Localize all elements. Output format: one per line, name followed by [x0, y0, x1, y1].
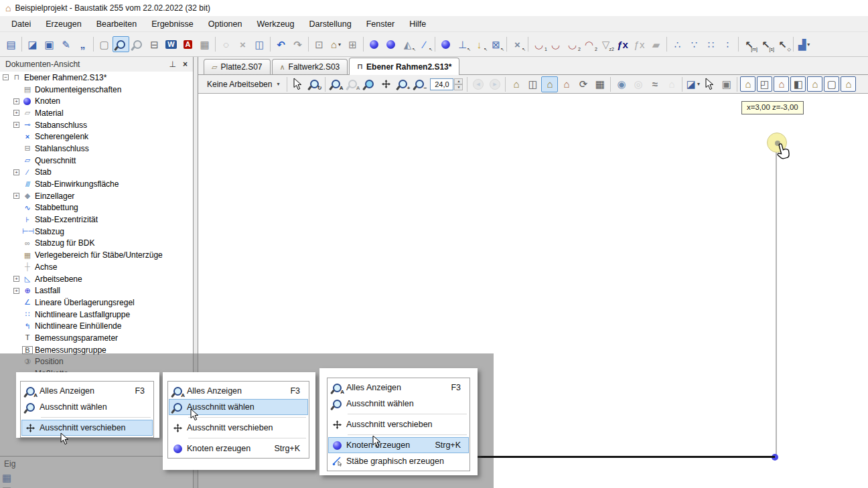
view-rotate-button[interactable]: ⟳	[575, 76, 591, 92]
insert-window-button[interactable]: ⊡	[311, 36, 328, 52]
measure-node-4-button[interactable]: ∶	[719, 36, 736, 52]
export-word-button[interactable]: W	[163, 36, 179, 52]
edit-support-button[interactable]: ⊥↖	[454, 36, 471, 52]
window-layout-button[interactable]: ⊞	[344, 36, 361, 52]
workplane-select[interactable]: Keine Arbeitseben▾	[202, 76, 285, 92]
menu-werkzeug[interactable]: Werkzeug	[249, 17, 301, 31]
menu-optionen[interactable]: Optionen	[201, 17, 250, 31]
view-front-button[interactable]: ◫	[524, 76, 541, 92]
print-preview-button[interactable]	[113, 36, 129, 52]
pin-icon[interactable]: ⊥	[169, 60, 176, 69]
expand-icon[interactable]: +	[13, 98, 19, 104]
menu-ergebnisse[interactable]: Ergebnisse	[144, 17, 201, 31]
viewport-3-button[interactable]: ⌂	[774, 76, 789, 92]
render-shaded-button[interactable]: ◉	[613, 76, 630, 92]
delete-button[interactable]: ×	[234, 36, 251, 52]
zoom-all-button[interactable]: A	[328, 76, 344, 92]
tree-item-stabbettung[interactable]: ∿Stabbettung	[0, 202, 193, 214]
page-preview-button[interactable]: ▢	[96, 36, 113, 52]
menuitem-knoten-erzeugen[interactable]: Knoten erzeugenStrg+K	[328, 437, 469, 453]
lasso-select-button[interactable]: ◌	[218, 36, 234, 52]
save-with-comment-button[interactable]: „	[74, 36, 91, 52]
expand-icon[interactable]: +	[13, 169, 19, 175]
zoom-rotate-button[interactable]: ↻	[306, 76, 323, 92]
menuitem-ausschnitt-verschieben[interactable]: Ausschnitt verschieben	[169, 420, 308, 436]
tree-item-stab-einwirkungsfläche[interactable]: ///Stab-Einwirkungsfläche	[0, 178, 193, 190]
view-3d-button[interactable]: ⌂	[508, 76, 524, 92]
export-image-button[interactable]: ▦	[196, 36, 213, 52]
export-pdf-button[interactable]: A	[179, 36, 196, 52]
copy-button[interactable]: ◫	[251, 36, 268, 52]
menu-bearbeiten[interactable]: Bearbeiten	[89, 17, 144, 31]
tree-item-knoten[interactable]: +Knoten	[0, 95, 193, 107]
tree-item-material[interactable]: +▱Material	[0, 107, 193, 119]
measure-node-1-button[interactable]: ∴	[669, 36, 686, 52]
tree-item-dokumenteigenschaften[interactable]: ▤Dokumenteigenschaften	[0, 84, 193, 96]
delete-graphic-button[interactable]: ×↖	[509, 36, 526, 52]
menuitem-alles-anzeigen[interactable]: AAlles AnzeigenF3	[21, 383, 153, 399]
tree-item-stabzug[interactable]: ⊢⊣Stabzug	[0, 226, 193, 238]
spinner-arrows[interactable]: ▲▼	[454, 78, 463, 90]
result-surface-button[interactable]: ▰	[648, 36, 664, 52]
close-icon[interactable]: ×	[183, 60, 188, 69]
expand-icon[interactable]: +	[13, 276, 19, 282]
create-support-button[interactable]: ◭↖	[399, 36, 416, 52]
select-tool-button[interactable]	[289, 76, 306, 92]
zoom-window-button[interactable]	[361, 76, 378, 92]
edit-area-button[interactable]: ⊠↖	[488, 36, 504, 52]
measure-node-2-button[interactable]: ∵	[686, 36, 703, 52]
zoom-previous-button[interactable]: A	[344, 76, 361, 92]
tree-item-ebener-rahmen2-s13[interactable]: −⊓Ebener Rahmen2.S13*	[0, 72, 193, 84]
tree-item-nichtlineare-lastfallgruppe[interactable]: ∷Nichtlineare Lastfallgruppe	[0, 309, 193, 321]
display-mode-button[interactable]: ◪▾	[684, 76, 701, 92]
measure-node-3-button[interactable]: ∷	[703, 36, 719, 52]
viewport-6-button[interactable]: ▢	[824, 76, 839, 92]
view-home-off-button[interactable]: ⌂	[663, 76, 680, 92]
tree-item-stabzug-für-bdk[interactable]: ∞Stabzug für BDK	[0, 238, 193, 250]
edit-node-button[interactable]	[437, 36, 454, 52]
create-node-graphic-button[interactable]	[382, 36, 399, 52]
viewport-4-button[interactable]: ◧	[790, 76, 806, 92]
expand-icon[interactable]: +	[13, 122, 19, 128]
tab-ebener-rahmen2-s13[interactable]: ⊓Ebener Rahmen2.S13*	[349, 58, 459, 75]
tree-item-stab-exzentrizität[interactable]: ⊦Stab-Exzentrizität	[0, 214, 193, 226]
function-define-button[interactable]: ƒx	[614, 36, 631, 52]
open-position-button[interactable]: ◪	[24, 36, 41, 52]
tree-item-stabanschluss[interactable]: +⊸Stabanschluss	[0, 119, 193, 131]
create-stab-graphic-button[interactable]: ∕↖	[416, 36, 433, 52]
tree-item-stab[interactable]: +∕Stab	[0, 167, 193, 179]
menu-darstellung[interactable]: Darstellung	[302, 17, 359, 31]
zoom-out-button[interactable]: −	[411, 76, 428, 92]
menuitem-ausschnitt-wählen[interactable]: Ausschnitt wählen	[328, 396, 469, 412]
viewport-7-button[interactable]: ⌂	[841, 76, 856, 92]
clip-polyline-button[interactable]: ≈	[646, 76, 663, 92]
redo-button[interactable]: ↷	[289, 36, 306, 52]
tree-item-stahlanschluss[interactable]: ⊟Stahlanschluss	[0, 143, 193, 155]
home-view-button[interactable]: ⌂▾	[328, 36, 344, 52]
expand-icon[interactable]: +	[13, 110, 19, 116]
zoom-in-button[interactable]: +	[394, 76, 411, 92]
menuitem-ausschnitt-verschieben[interactable]: Ausschnitt verschieben	[328, 416, 469, 432]
tree-item-achse[interactable]: ┼Achse	[0, 261, 193, 273]
tab-faltwerk2-s03[interactable]: ∧Faltwerk2.S03	[272, 59, 348, 74]
function-delete-button[interactable]: ƒx	[631, 36, 648, 52]
pan-view-button[interactable]	[378, 76, 394, 92]
load-gleichlast-1-button[interactable]: ◡1	[530, 36, 547, 52]
tree-item-lastfall[interactable]: +⊕Lastfall	[0, 284, 193, 297]
new-position-button[interactable]: ▤	[3, 36, 19, 52]
zoom-scale-spinner[interactable]: 24,0▲▼	[429, 76, 463, 92]
menu-datei[interactable]: Datei	[4, 17, 38, 31]
view-side-button[interactable]: ⌂	[558, 76, 575, 92]
tree-item-lineare-überlagerungsregel[interactable]: ∠Lineare Überlagerungsregel	[0, 297, 193, 309]
grid-toggle-button[interactable]: ▦	[591, 76, 608, 92]
menuitem-knoten-erzeugen[interactable]: Knoten erzeugenStrg+K	[169, 440, 308, 457]
viewport-2-button[interactable]: ◰	[757, 76, 772, 92]
tree-item-einzellager[interactable]: +◆Einzellager	[0, 190, 193, 202]
expand-icon[interactable]: +	[13, 288, 19, 294]
menu-fenster[interactable]: Fenster	[359, 17, 402, 31]
menuitem-alles-anzeigen[interactable]: AAlles AnzeigenF3	[169, 383, 308, 399]
preview-button[interactable]	[129, 36, 146, 52]
print-button[interactable]: ⊟	[146, 36, 163, 52]
create-node-button[interactable]	[366, 36, 382, 52]
save-as-button[interactable]: ✎	[58, 36, 74, 52]
